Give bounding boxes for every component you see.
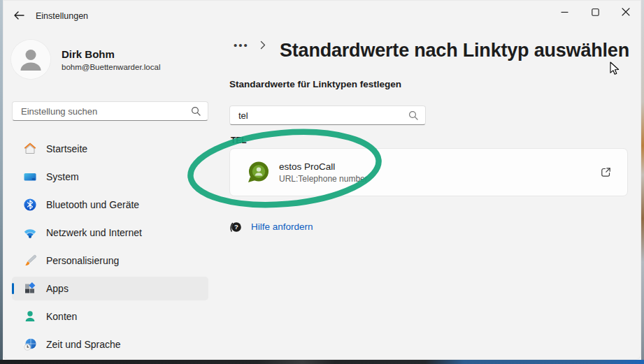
- profile-email: bohm@Buettenwarder.local: [62, 63, 160, 71]
- sidebar-item-label: Bluetooth und Geräte: [46, 199, 139, 210]
- sidebar-item-zeit-und-sprache[interactable]: Zeit und Sprache: [12, 333, 208, 356]
- help-row: ? Hilfe anfordern: [228, 219, 313, 234]
- sidebar-item-label: Zeit und Sprache: [46, 339, 121, 350]
- sidebar-item-apps[interactable]: Apps: [12, 277, 208, 300]
- sidebar-searchbox: [12, 101, 208, 121]
- time-language-icon: [23, 337, 37, 351]
- app-subtitle: URL:Telephone number: [279, 174, 368, 184]
- settings-window: Einstellungen: [3, 0, 641, 360]
- default-app-card[interactable]: estos ProCall URL:Telephone number: [229, 148, 628, 196]
- sidebar: Dirk Bohm bohm@Buettenwarder.local: [3, 31, 220, 360]
- avatar: [11, 40, 50, 79]
- caption-controls: [549, 0, 641, 24]
- sidebar-item-konten[interactable]: Konten: [12, 305, 208, 328]
- linktype-search-input[interactable]: [230, 106, 408, 124]
- chevron-right-icon: [260, 41, 266, 50]
- screen: Einstellungen: [0, 0, 644, 364]
- search-icon: [408, 110, 418, 120]
- wifi-icon: [23, 226, 37, 240]
- sidebar-item-startseite[interactable]: Startseite: [12, 137, 208, 161]
- get-help-icon: ?: [228, 219, 243, 234]
- section-label: Standardwerte für Linktypen festlegen: [229, 79, 401, 89]
- breadcrumb-ellipsis-button[interactable]: •••: [231, 38, 252, 52]
- breadcrumb: •••: [231, 38, 273, 52]
- external-link-button[interactable]: [597, 163, 615, 181]
- maximize-icon: [592, 8, 599, 16]
- selection-accent: [12, 283, 14, 294]
- system-icon: [23, 170, 37, 184]
- svg-text:?: ?: [234, 223, 238, 231]
- maximize-button[interactable]: [580, 0, 610, 24]
- minimize-button[interactable]: [549, 0, 580, 24]
- sidebar-nav: Startseite System: [12, 137, 208, 361]
- titlebar: Einstellungen: [3, 0, 641, 31]
- sidebar-item-label: Apps: [46, 283, 69, 294]
- sidebar-item-system[interactable]: System: [12, 165, 208, 189]
- close-icon: [622, 8, 630, 16]
- linktype-searchbox: [229, 105, 426, 125]
- sidebar-item-label: Konten: [46, 311, 77, 322]
- page-title: Standardwerte nach Linktyp auswählen: [280, 40, 629, 61]
- search-icon: [191, 106, 201, 116]
- bluetooth-icon: [23, 198, 37, 212]
- sidebar-item-personalisierung[interactable]: Personalisierung: [12, 249, 208, 272]
- minimize-icon: [561, 8, 568, 16]
- sidebar-item-label: System: [46, 171, 79, 182]
- home-icon: [23, 142, 37, 156]
- back-button[interactable]: [8, 6, 29, 25]
- app-card-text: estos ProCall URL:Telephone number: [279, 161, 368, 184]
- external-link-icon: [600, 166, 612, 178]
- sidebar-item-netzwerk[interactable]: Netzwerk und Internet: [12, 221, 208, 245]
- close-button[interactable]: [610, 0, 641, 24]
- profile-name: Dirk Bohm: [62, 48, 160, 60]
- sidebar-item-bluetooth[interactable]: Bluetooth und Geräte: [12, 193, 208, 217]
- app-name: estos ProCall: [279, 161, 368, 172]
- window-title: Einstellungen: [36, 11, 88, 21]
- profile-text: Dirk Bohm bohm@Buettenwarder.local: [62, 48, 160, 71]
- account-icon: [23, 310, 37, 323]
- estos-procall-icon: [247, 161, 270, 184]
- get-help-link[interactable]: Hilfe anfordern: [251, 221, 313, 232]
- main-content: ••• Standardwerte nach Linktyp auswählen…: [220, 31, 641, 360]
- group-header-tel: TEL: [231, 136, 247, 145]
- sidebar-search-input[interactable]: [13, 102, 191, 120]
- back-arrow-icon: [13, 10, 24, 20]
- brush-icon: [23, 254, 37, 268]
- user-profile[interactable]: Dirk Bohm bohm@Buettenwarder.local: [11, 40, 160, 79]
- sidebar-item-label: Personalisierung: [46, 255, 119, 266]
- apps-icon: [23, 282, 37, 296]
- sidebar-item-label: Startseite: [46, 143, 87, 154]
- sidebar-item-label: Netzwerk und Internet: [46, 227, 142, 238]
- desktop-edge-right: [641, 0, 644, 364]
